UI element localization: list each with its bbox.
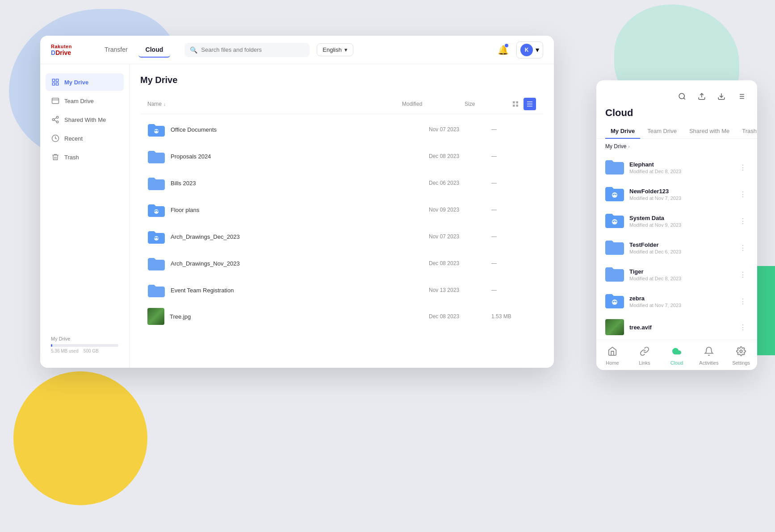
rp-sort-button[interactable] (734, 89, 748, 104)
column-size: Size (465, 101, 509, 107)
list-item[interactable]: Tiger Modified at Dec 8, 2023 ⋮ (602, 261, 752, 288)
table-row[interactable]: Bills 2023 Dec 06 2023 — (140, 170, 543, 196)
my-drive-icon (51, 78, 60, 87)
file-modified: Dec 08 2023 (429, 313, 491, 320)
folder-icon (605, 158, 624, 176)
rp-download-button[interactable] (714, 89, 729, 104)
list-item[interactable]: zebra Modified at Nov 7, 2023 ⋮ (602, 288, 752, 315)
sidebar-item-shared[interactable]: Shared With Me (46, 111, 124, 129)
nav-tab-cloud[interactable]: Cloud (138, 42, 171, 58)
search-input[interactable] (201, 46, 304, 53)
svg-point-40 (616, 194, 617, 195)
file-name: Office Documents (171, 126, 217, 133)
notification-dot (505, 44, 508, 47)
file-list-header: Name ↓ Modified Size (140, 94, 543, 114)
shared-icon (51, 115, 60, 124)
file-info: Elephant Modified at Dec 8, 2023 (629, 161, 737, 174)
notification-button[interactable]: 🔔 (495, 42, 511, 58)
table-row[interactable]: Arch_Drawings_Dec_2023 Nov 07 2023 — (140, 223, 543, 250)
rp-tab-team-drive[interactable]: Team Drive (642, 124, 682, 139)
table-row[interactable]: Office Documents Nov 07 2023 — (140, 116, 543, 143)
file-size: 1.53 MB (491, 313, 536, 320)
table-row[interactable]: Tree.jpg Dec 08 2023 1.53 MB (140, 303, 543, 329)
more-options-button[interactable]: ⋮ (737, 162, 748, 173)
file-size: — (491, 207, 536, 213)
rp-tab-shared[interactable]: Shared with Me (684, 124, 735, 139)
sidebar-item-team-drive[interactable]: Team Drive (46, 92, 124, 110)
table-row[interactable]: Floor plans Nov 09 2023 — (140, 196, 543, 223)
rp-tab-trash[interactable]: Trash (737, 124, 757, 139)
file-date: Modified at Dec 8, 2023 (629, 169, 737, 174)
folder-icon (147, 174, 165, 192)
svg-rect-2 (52, 83, 54, 85)
svg-rect-18 (527, 106, 532, 106)
folder-icon (147, 254, 165, 272)
more-options-button[interactable]: ⋮ (737, 322, 748, 332)
svg-point-24 (157, 211, 159, 212)
file-info: zebra Modified at Nov 7, 2023 (629, 295, 737, 308)
rp-tab-my-drive[interactable]: My Drive (605, 124, 640, 139)
file-info: TestFolder Modified at Dec 6, 2023 (629, 241, 737, 254)
file-name: zebra (629, 295, 737, 302)
main-content: My Drive Name ↓ Modified Size (130, 64, 554, 368)
svg-line-10 (54, 118, 56, 119)
search-bar[interactable]: 🔍 (184, 43, 310, 57)
file-name: Event Team Registration (171, 287, 234, 294)
table-row[interactable]: Arch_Drawings_Nov_2023 Dec 08 2023 — (140, 250, 543, 277)
list-item[interactable]: tree.avif ⋮ (602, 315, 752, 340)
more-options-button[interactable]: ⋮ (737, 296, 748, 307)
folder-icon (605, 212, 624, 230)
logo-drive-text: DDrive (51, 49, 87, 56)
list-item[interactable]: NewFolder123 Modified at Nov 7, 2023 ⋮ (602, 181, 752, 208)
more-options-button[interactable]: ⋮ (737, 216, 748, 226)
list-item[interactable]: Elephant Modified at Dec 8, 2023 ⋮ (602, 154, 752, 181)
rp-nav-activities[interactable]: Activities (693, 344, 725, 368)
rp-nav-cloud[interactable]: Cloud (661, 344, 693, 368)
search-icon: 🔍 (190, 46, 197, 54)
table-row[interactable]: Proposals 2024 Dec 08 2023 — (140, 143, 543, 170)
storage-drive-label: My Drive (51, 336, 118, 341)
file-modified: Nov 07 2023 (429, 126, 491, 133)
team-drive-icon (51, 96, 60, 105)
sidebar-item-trash[interactable]: Trash (46, 148, 124, 166)
rp-nav-settings[interactable]: Settings (725, 344, 757, 368)
storage-fill (51, 344, 52, 347)
list-item[interactable]: TestFolder Modified at Dec 6, 2023 ⋮ (602, 234, 752, 261)
folder-icon (147, 121, 165, 138)
logo-rakuten-text: Rakuten (51, 44, 87, 49)
list-item[interactable]: System Data Modified at Nov 9, 2023 ⋮ (602, 208, 752, 234)
right-panel-header (596, 80, 757, 104)
rp-nav-links[interactable]: Links (628, 344, 661, 368)
recent-icon (51, 134, 60, 143)
svg-point-39 (613, 194, 614, 195)
sidebar-item-my-drive[interactable]: My Drive (46, 73, 124, 91)
grid-view-button[interactable] (509, 98, 522, 110)
svg-point-23 (155, 211, 156, 212)
breadcrumb-my-drive[interactable]: My Drive (605, 143, 626, 150)
user-menu-button[interactable]: K ▾ (516, 42, 543, 58)
rp-search-button[interactable] (675, 89, 689, 104)
nav-tab-transfer[interactable]: Transfer (97, 42, 135, 58)
file-size: — (491, 287, 536, 293)
sidebar-item-recent[interactable]: Recent (46, 129, 124, 147)
rp-nav-activities-label: Activities (699, 360, 718, 366)
file-name: Tree.jpg (170, 313, 191, 320)
more-options-button[interactable]: ⋮ (737, 242, 748, 253)
right-panel-bottom-nav: Home Links Cloud Activities Settings (596, 340, 757, 370)
language-selector[interactable]: English ▾ (317, 43, 353, 56)
right-panel-file-list: Elephant Modified at Dec 8, 2023 ⋮ NewFo… (596, 154, 757, 340)
rp-upload-button[interactable] (695, 89, 709, 104)
table-row[interactable]: Event Team Registration Nov 13 2023 — (140, 277, 543, 303)
more-options-button[interactable]: ⋮ (737, 269, 748, 280)
file-date: Modified at Dec 8, 2023 (629, 276, 737, 281)
folder-icon (147, 201, 165, 219)
svg-rect-12 (513, 101, 515, 104)
sort-arrow-icon: ↓ (163, 102, 166, 107)
svg-point-43 (616, 221, 617, 222)
language-label: English (323, 46, 342, 53)
rp-nav-home[interactable]: Home (596, 344, 628, 368)
svg-rect-17 (527, 104, 532, 104)
more-options-button[interactable]: ⋮ (737, 189, 748, 200)
activities-icon (704, 346, 714, 358)
list-view-button[interactable] (524, 98, 536, 110)
